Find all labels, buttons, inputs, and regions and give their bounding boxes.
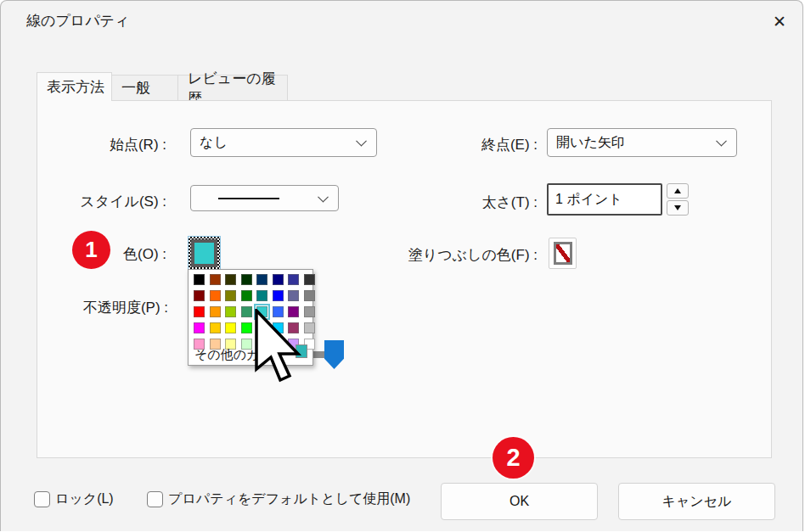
palette-swatch-FF6600[interactable] <box>210 290 221 301</box>
no-fill-icon <box>554 242 572 265</box>
opacity-label: 不透明度(P) : <box>62 298 168 317</box>
step-2-badge: 2 <box>493 437 534 479</box>
fill-color-button[interactable] <box>549 238 577 269</box>
chevron-down-icon <box>716 136 727 147</box>
palette-swatch-FF9900[interactable] <box>210 306 221 317</box>
palette-swatch-003366[interactable] <box>256 274 267 285</box>
triangle-up-icon <box>674 188 681 193</box>
palette-swatch-808080[interactable] <box>304 290 315 301</box>
style-dropdown[interactable] <box>190 185 339 211</box>
palette-swatch-999999[interactable] <box>304 306 315 317</box>
fill-color-label: 塗りつぶしの色(F) : <box>387 245 538 265</box>
default-properties-checkbox-row[interactable]: プロパティをデフォルトとして使用(M) <box>147 490 410 508</box>
cancel-button-label: キャンセル <box>662 493 732 511</box>
palette-swatch-008080[interactable] <box>256 290 267 301</box>
lock-checkbox-row[interactable]: ロック(L) <box>34 490 114 508</box>
palette-swatch-003300[interactable] <box>241 274 252 285</box>
thickness-value: 1 ポイント <box>555 191 622 209</box>
palette-swatch-FF00FF[interactable] <box>194 322 205 333</box>
palette-swatch-000080[interactable] <box>273 274 284 285</box>
lock-checkbox-label: ロック(L) <box>55 490 114 508</box>
palette-swatch-333333[interactable] <box>304 274 315 285</box>
tab-general-label: 一般 <box>121 78 150 98</box>
triangle-down-icon <box>674 205 681 210</box>
end-point-value: 開いた矢印 <box>556 134 625 152</box>
start-point-value: なし <box>200 134 228 152</box>
default-properties-checkbox[interactable] <box>147 491 163 507</box>
tab-review-history[interactable]: レビューの履歴 <box>177 75 288 101</box>
start-point-dropdown[interactable]: なし <box>190 128 377 157</box>
end-point-label: 終点(E) : <box>434 135 538 154</box>
mouse-cursor-icon <box>255 309 302 385</box>
tab-general[interactable]: 一般 <box>111 75 178 101</box>
ok-button[interactable]: OK <box>441 483 598 520</box>
palette-swatch-C0C0C0[interactable] <box>304 322 315 333</box>
palette-swatch-666699[interactable] <box>288 290 299 301</box>
default-properties-checkbox-label: プロパティをデフォルトとして使用(M) <box>168 490 410 508</box>
palette-swatch-000000[interactable] <box>194 274 205 285</box>
palette-swatch-00FF00[interactable] <box>241 322 252 333</box>
style-label: スタイル(S) : <box>73 192 166 211</box>
line-properties-dialog: 線のプロパティ ✕ 表示方法 一般 レビューの履歴 始点(R) : なし 終点(… <box>0 0 803 531</box>
palette-swatch-FFFF00[interactable] <box>225 322 236 333</box>
thickness-input[interactable]: 1 ポイント <box>547 183 662 216</box>
ok-button-label: OK <box>509 494 529 509</box>
thickness-spin-up-button[interactable] <box>667 183 689 199</box>
tab-appearance-label: 表示方法 <box>47 77 104 97</box>
current-color-swatch <box>191 239 217 267</box>
palette-swatch-333399[interactable] <box>288 274 299 285</box>
palette-swatch-339966[interactable] <box>241 306 252 317</box>
chevron-down-icon <box>318 191 329 202</box>
palette-swatch-FF0000[interactable] <box>194 306 205 317</box>
tab-appearance[interactable]: 表示方法 <box>37 72 112 101</box>
step-1-badge: 1 <box>72 231 110 269</box>
chevron-down-icon <box>356 136 367 147</box>
lock-checkbox[interactable] <box>34 491 50 507</box>
start-point-label: 始点(R) : <box>73 135 166 154</box>
palette-swatch-0000FF[interactable] <box>273 290 284 301</box>
palette-swatch-008000[interactable] <box>241 290 252 301</box>
thickness-spin-down-button[interactable] <box>667 200 689 216</box>
close-icon[interactable]: ✕ <box>766 8 793 35</box>
solid-line-icon <box>218 198 279 199</box>
palette-swatch-808000[interactable] <box>225 290 236 301</box>
palette-swatch-333300[interactable] <box>225 274 236 285</box>
palette-swatch-FFCC00[interactable] <box>210 322 221 333</box>
dialog-title: 線のプロパティ <box>26 11 129 31</box>
line-color-button[interactable] <box>188 236 221 271</box>
palette-swatch-99CC00[interactable] <box>225 306 236 317</box>
cancel-button[interactable]: キャンセル <box>618 483 775 520</box>
thickness-label: 太さ(T) : <box>434 193 538 212</box>
palette-swatch-993300[interactable] <box>210 274 221 285</box>
palette-swatch-800000[interactable] <box>194 290 205 301</box>
end-point-dropdown[interactable]: 開いた矢印 <box>547 128 737 157</box>
